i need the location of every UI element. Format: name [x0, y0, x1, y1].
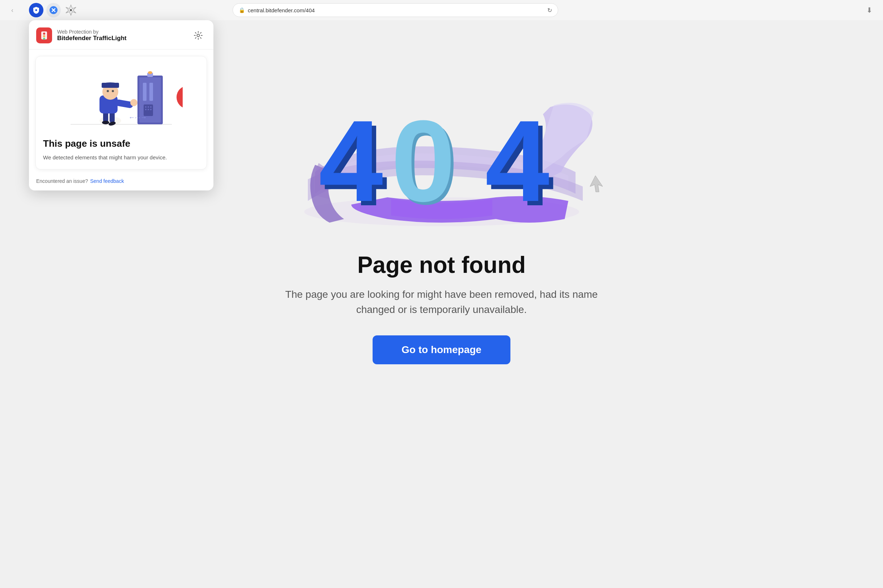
svg-point-12 [43, 38, 45, 40]
popup-footer: Encountered an issue? Send feedback [29, 174, 214, 190]
svg-point-2 [70, 9, 72, 11]
unsafe-description: We detected elements that might harm you… [43, 154, 199, 162]
url-text: central.bitdefender.com/404 [248, 7, 545, 14]
svg-point-20 [145, 106, 146, 108]
page-title: Page not found [279, 252, 605, 278]
svg-point-41 [107, 90, 109, 92]
svg-rect-18 [149, 83, 153, 101]
popup-brand-label: Bitdefender TrafficLight [57, 35, 126, 42]
svg-point-0 [35, 9, 37, 11]
page-description: The page you are looking for might have … [279, 287, 605, 317]
popup-illustration: ←···→ [43, 64, 199, 132]
popup-by-label: Web Protection by [57, 29, 126, 35]
reload-icon[interactable]: ↻ [547, 7, 552, 14]
trafficlight-popup: Web Protection by Bitdefender TrafficLig… [29, 20, 214, 190]
404-illustration: 4 0 4 [279, 31, 605, 234]
svg-marker-7 [590, 176, 603, 192]
svg-point-27 [148, 71, 152, 74]
download-icon[interactable]: ⬇ [863, 4, 876, 16]
svg-point-33 [102, 121, 109, 124]
svg-text:4: 4 [319, 96, 384, 225]
unsafe-title: This page is unsafe [43, 138, 199, 149]
go-to-homepage-button[interactable]: Go to homepage [373, 335, 510, 364]
craft-extension-icon[interactable] [64, 3, 78, 17]
svg-point-29 [176, 86, 183, 109]
send-feedback-link[interactable]: Send feedback [90, 178, 124, 184]
lock-icon: 🔒 [239, 7, 245, 13]
svg-point-42 [112, 90, 114, 92]
svg-point-23 [145, 109, 146, 110]
svg-point-11 [43, 35, 45, 37]
svg-text:0: 0 [391, 96, 456, 225]
bitwarden-extension-icon[interactable] [29, 3, 44, 17]
svg-point-25 [150, 109, 152, 110]
svg-point-21 [147, 106, 149, 108]
svg-point-22 [150, 106, 152, 108]
popup-triangle [98, 20, 108, 21]
encountered-text: Encountered an issue? [36, 178, 88, 184]
svg-rect-17 [143, 83, 146, 101]
settings-button[interactable] [192, 29, 205, 42]
svg-text:←···→: ←···→ [128, 114, 147, 121]
svg-text:4: 4 [485, 96, 550, 225]
browser-toolbar: ‹ 🔒 central.bitdefender.com [0, 0, 883, 20]
svg-rect-40 [102, 83, 119, 88]
svg-point-24 [147, 109, 149, 110]
popup-card: ←···→ [35, 56, 207, 170]
text-section: Page not found The page you are looking … [265, 252, 619, 364]
extension-icons-group [29, 3, 78, 17]
svg-point-37 [130, 99, 137, 106]
popup-header-left: Web Protection by Bitdefender TrafficLig… [36, 27, 126, 44]
close-extension-icon[interactable] [46, 3, 61, 17]
popup-header-text: Web Protection by Bitdefender TrafficLig… [57, 29, 126, 42]
svg-point-10 [43, 33, 45, 35]
bd-logo [36, 27, 52, 44]
popup-header: Web Protection by Bitdefender TrafficLig… [29, 20, 214, 50]
address-bar[interactable]: 🔒 central.bitdefender.com/404 ↻ [233, 3, 558, 17]
svg-point-13 [197, 34, 200, 37]
nav-back-button[interactable]: ‹ [7, 5, 17, 15]
